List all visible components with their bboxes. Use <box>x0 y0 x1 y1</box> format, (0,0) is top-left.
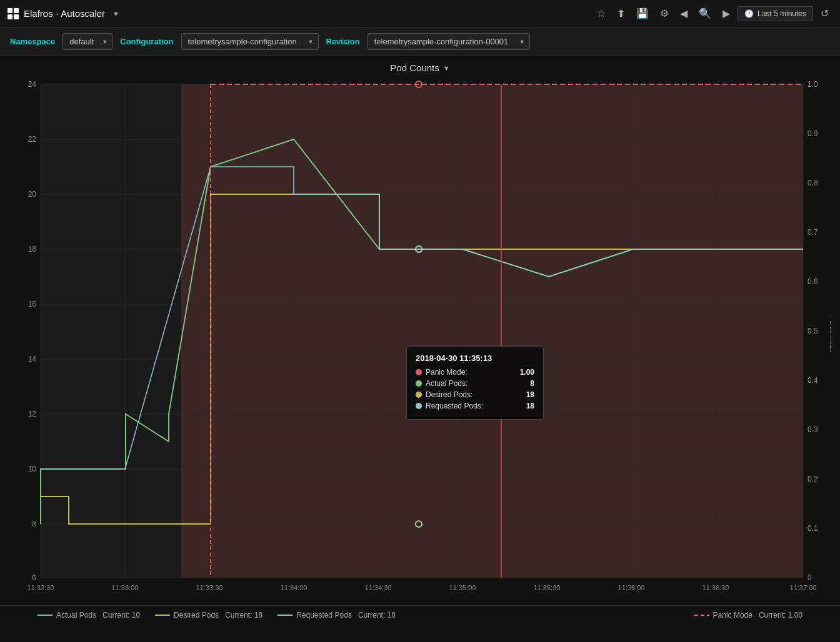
next-icon[interactable]: ▶ <box>719 5 734 22</box>
save-icon[interactable]: 💾 <box>632 5 652 22</box>
svg-text:10: 10 <box>28 465 37 473</box>
svg-text:18: 18 <box>28 245 37 254</box>
settings-icon[interactable]: ⚙ <box>656 5 672 22</box>
chart-svg-container: 24 22 20 18 16 14 12 10 8 6 1.0 0.9 0.8 … <box>6 78 834 603</box>
namespace-label: Namespace <box>10 37 55 46</box>
svg-rect-2 <box>181 84 803 578</box>
y-axis-left: 24 22 20 18 16 14 12 10 8 6 <box>28 80 37 582</box>
svg-text:0.2: 0.2 <box>808 475 818 483</box>
svg-text:0.3: 0.3 <box>808 425 818 434</box>
legend-actual-pods-line-icon <box>38 615 52 616</box>
namespace-select-wrapper[interactable]: default <box>62 33 112 50</box>
namespace-select[interactable]: default <box>62 33 112 50</box>
svg-text:22: 22 <box>28 135 37 144</box>
svg-text:11:32:30: 11:32:30 <box>28 584 54 591</box>
chart-svg: 24 22 20 18 16 14 12 10 8 6 1.0 0.9 0.8 … <box>6 78 831 603</box>
refresh-icon[interactable]: ↺ <box>817 5 832 22</box>
prev-icon[interactable]: ◀ <box>676 5 691 22</box>
revision-select[interactable]: telemetrysample-configuration-00001 <box>368 33 530 50</box>
star-icon[interactable]: ☆ <box>593 5 609 22</box>
svg-text:11:37:00: 11:37:00 <box>790 584 817 591</box>
logo-cell <box>8 8 12 13</box>
chart-title-dropdown-icon[interactable]: ▼ <box>443 64 450 72</box>
chart-title: Pod Counts <box>390 62 439 73</box>
legend-desired-pods-line-icon <box>155 615 170 616</box>
header-icons: ☆ ⬆ 💾 ⚙ ◀ 🔍 ▶ 🕐 Last 5 minutes ↺ <box>593 5 832 22</box>
svg-text:11:33:30: 11:33:30 <box>196 584 223 591</box>
legend-actual-pods: Actual Pods Current: 10 <box>38 611 140 620</box>
legend-requested-pods-line-icon <box>278 615 292 616</box>
logo-cell <box>8 14 12 19</box>
logo-grid-icon <box>8 8 19 19</box>
legend-requested-pods: Requested Pods Current: 18 <box>278 611 396 620</box>
legend-panic-mode-label: Panic Mode <box>713 611 752 620</box>
legend-actual-pods-label: Actual Pods <box>56 611 96 620</box>
svg-text:6: 6 <box>32 573 36 582</box>
legend-panic-mode: Panic Mode Current: 1.00 <box>694 611 802 620</box>
svg-text:11:34:30: 11:34:30 <box>365 584 392 591</box>
svg-text:16: 16 <box>28 300 37 309</box>
svg-text:12: 12 <box>28 410 37 418</box>
svg-text:11:33:00: 11:33:00 <box>112 584 139 591</box>
y-axis-right: 1.0 0.9 0.8 0.7 0.6 0.5 0.4 0.3 0.2 0.1 … <box>808 80 818 582</box>
legend-desired-pods: Desired Pods Current: 18 <box>155 611 262 620</box>
svg-text:0.5: 0.5 <box>808 327 818 335</box>
panic-mode-axis-label: Panic Mode <box>829 316 831 352</box>
svg-text:24: 24 <box>28 80 37 89</box>
svg-text:11:35:00: 11:35:00 <box>449 584 476 591</box>
legend-actual-pods-current: Current: 10 <box>102 611 140 620</box>
time-range-label: Last 5 minutes <box>758 9 806 18</box>
title-dropdown-icon[interactable]: ▼ <box>112 10 119 17</box>
zoom-icon[interactable]: 🔍 <box>695 5 715 22</box>
svg-text:1.0: 1.0 <box>808 80 818 89</box>
svg-text:20: 20 <box>28 190 37 199</box>
legend-desired-pods-current: Current: 18 <box>225 611 262 620</box>
chart-title-row: Pod Counts ▼ <box>0 62 840 73</box>
legend-panic-mode-line-icon <box>694 615 709 616</box>
svg-text:0.8: 0.8 <box>808 179 818 187</box>
app-logo: Elafros - Autoscaler ▼ <box>8 8 119 19</box>
chart-area: Pod Counts ▼ <box>0 56 840 625</box>
share-icon[interactable]: ⬆ <box>613 5 629 22</box>
configuration-select[interactable]: telemetrysample-configuration <box>181 33 319 50</box>
svg-text:11:35:30: 11:35:30 <box>534 584 561 591</box>
svg-text:0.7: 0.7 <box>808 228 818 237</box>
legend-requested-pods-current: Current: 18 <box>358 611 396 620</box>
app-title: Elafros - Autoscaler <box>24 8 105 19</box>
logo-cell <box>14 8 19 13</box>
logo-cell <box>14 14 19 19</box>
svg-text:0.6: 0.6 <box>808 277 818 286</box>
legend-desired-pods-label: Desired Pods <box>174 611 219 620</box>
revision-select-wrapper[interactable]: telemetrysample-configuration-00001 <box>368 33 530 50</box>
revision-label: Revision <box>326 37 360 46</box>
legend-requested-pods-label: Requested Pods <box>296 611 352 620</box>
svg-text:0.9: 0.9 <box>808 129 818 138</box>
chart-legend: Actual Pods Current: 10 Desired Pods Cur… <box>0 605 840 625</box>
legend-panic-mode-current: Current: 1.00 <box>759 611 802 620</box>
filter-toolbar: Namespace default Configuration telemetr… <box>0 27 840 56</box>
x-axis-labels: 11:32:30 11:33:00 11:33:30 11:34:00 11:3… <box>28 584 817 591</box>
clock-icon: 🕐 <box>744 9 754 18</box>
svg-text:14: 14 <box>28 355 37 363</box>
configuration-label: Configuration <box>120 37 173 46</box>
time-range-button[interactable]: 🕐 Last 5 minutes <box>738 6 813 21</box>
svg-text:0.4: 0.4 <box>808 376 818 385</box>
svg-text:11:36:30: 11:36:30 <box>702 584 729 591</box>
svg-text:11:34:00: 11:34:00 <box>281 584 308 591</box>
svg-text:8: 8 <box>32 520 36 528</box>
configuration-select-wrapper[interactable]: telemetrysample-configuration <box>181 33 319 50</box>
app-header: Elafros - Autoscaler ▼ ☆ ⬆ 💾 ⚙ ◀ 🔍 ▶ 🕐 L… <box>0 0 840 27</box>
svg-text:11:36:00: 11:36:00 <box>618 584 645 591</box>
svg-text:0.1: 0.1 <box>808 524 818 533</box>
svg-text:0: 0 <box>808 573 812 582</box>
